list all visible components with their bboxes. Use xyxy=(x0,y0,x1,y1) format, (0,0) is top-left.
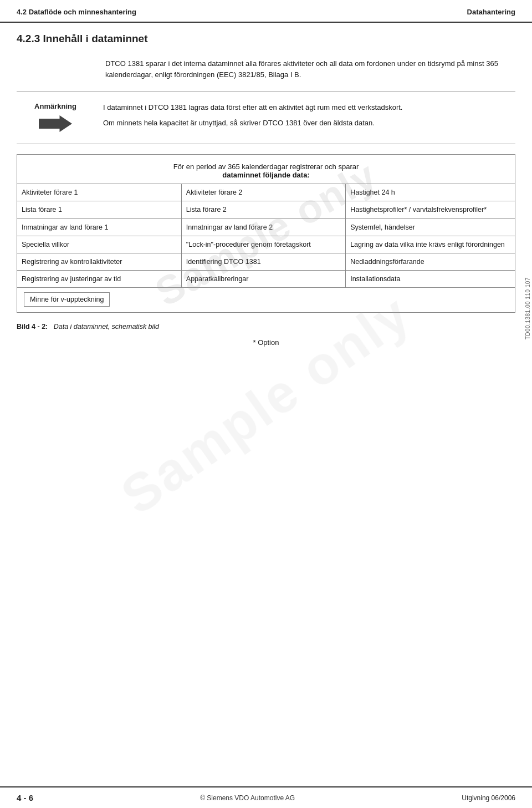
cell-r4-c2: Nedladdningsförfarande xyxy=(346,253,515,270)
anmarkning-label: Anmärkning xyxy=(34,102,76,110)
footer-page-number: 4 - 6 xyxy=(17,793,33,802)
page-header: 4.2 Dataflöde och minneshantering Dataha… xyxy=(0,0,532,23)
side-label: TD00.1381.00 110 107 xyxy=(525,277,531,339)
cell-r3-c1: "Lock-in"-procedurer genom företagskort xyxy=(181,236,345,253)
diagram-header-line2: dataminnet följande data: xyxy=(222,171,309,179)
cell-r2-c0: Inmatningar av land förare 1 xyxy=(17,218,181,236)
cell-r5-c1: Apparatkalibreringar xyxy=(181,270,345,287)
table-row: Aktiviteter förare 1Aktiviteter förare 2… xyxy=(17,184,515,201)
anmarkning-text: I dataminnet i DTCO 1381 lagras data för… xyxy=(103,102,402,133)
header-right: Datahantering xyxy=(467,8,515,16)
section-title: 4.2.3 Innehåll i dataminnet xyxy=(17,33,515,48)
cell-r1-c1: Lista förare 2 xyxy=(181,201,345,218)
diagram-header: För en period av 365 kalenderdagar regis… xyxy=(17,155,515,184)
cell-r4-c0: Registrering av kontrollaktiviteter xyxy=(17,253,181,270)
page-footer: 4 - 6 © Siemens VDO Automotive AG Utgivn… xyxy=(0,786,532,808)
anmarkning-block: Anmärkning I dataminnet i DTCO 1381 lagr… xyxy=(17,102,515,134)
table-row: Inmatningar av land förare 1Inmatningar … xyxy=(17,218,515,236)
figure-caption: Bild 4 - 2: Data i dataminnet, schematis… xyxy=(17,323,515,331)
intro-text: DTCO 1381 sparar i det interna dataminne… xyxy=(105,58,515,80)
cell-r4-c1: Identifiering DTCO 1381 xyxy=(181,253,345,270)
cell-r5-c0: Registrering av justeringar av tid xyxy=(17,270,181,287)
main-content: 4.2.3 Innehåll i dataminnet DTCO 1381 sp… xyxy=(0,23,532,347)
table-row: Speciella villkor"Lock-in"-procedurer ge… xyxy=(17,236,515,253)
anmarkning-label-col: Anmärkning xyxy=(17,102,94,134)
header-left: 4.2 Dataflöde och minneshantering xyxy=(17,8,136,16)
anmarkning-text-1: I dataminnet i DTCO 1381 lagras data för… xyxy=(103,102,402,113)
cell-r0-c1: Aktiviteter förare 2 xyxy=(181,184,345,201)
cell-r1-c0: Lista förare 1 xyxy=(17,201,181,218)
cell-r1-c2: Hastighetsprofiler* / varvtalsfrekvenspr… xyxy=(346,201,515,218)
svg-marker-0 xyxy=(39,115,72,132)
anmarkning-text-2: Om minnets hela kapacitet är utnyttjad, … xyxy=(103,118,402,129)
option-note: * Option xyxy=(17,338,515,347)
cell-r0-c2: Hastighet 24 h xyxy=(346,184,515,201)
anmarkning-arrow-icon xyxy=(39,114,72,134)
cell-r3-c0: Speciella villkor xyxy=(17,236,181,253)
diagram-header-line1: För en period av 365 kalenderdagar regis… xyxy=(173,162,359,171)
data-table: Aktiviteter förare 1Aktiviteter förare 2… xyxy=(17,184,515,288)
table-row: Registrering av kontrollaktiviteterIdent… xyxy=(17,253,515,270)
minne-cell: Minne för v-uppteckning xyxy=(24,292,110,307)
cell-r3-c2: Lagring av data vilka inte krävs enligt … xyxy=(346,236,515,253)
footer-copyright: © Siemens VDO Automotive AG xyxy=(200,794,295,802)
divider-1 xyxy=(17,92,515,92)
caption-text: Data i dataminnet, schematisk bild xyxy=(54,323,159,331)
divider-2 xyxy=(17,144,515,144)
cell-r2-c2: Systemfel, händelser xyxy=(346,218,515,236)
cell-r5-c2: Installationsdata xyxy=(346,270,515,287)
diagram-box: Sample only För en period av 365 kalende… xyxy=(17,154,515,313)
footer-edition: Utgivning 06/2006 xyxy=(462,794,515,802)
table-row: Lista förare 1Lista förare 2Hastighetspr… xyxy=(17,201,515,218)
cell-r0-c0: Aktiviteter förare 1 xyxy=(17,184,181,201)
table-row: Registrering av justeringar av tidAppara… xyxy=(17,270,515,287)
diagram-bottom-row: Minne för v-uppteckning xyxy=(17,288,515,312)
cell-r2-c1: Inmatningar av land förare 2 xyxy=(181,218,345,236)
caption-label: Bild 4 - 2: xyxy=(17,323,48,331)
